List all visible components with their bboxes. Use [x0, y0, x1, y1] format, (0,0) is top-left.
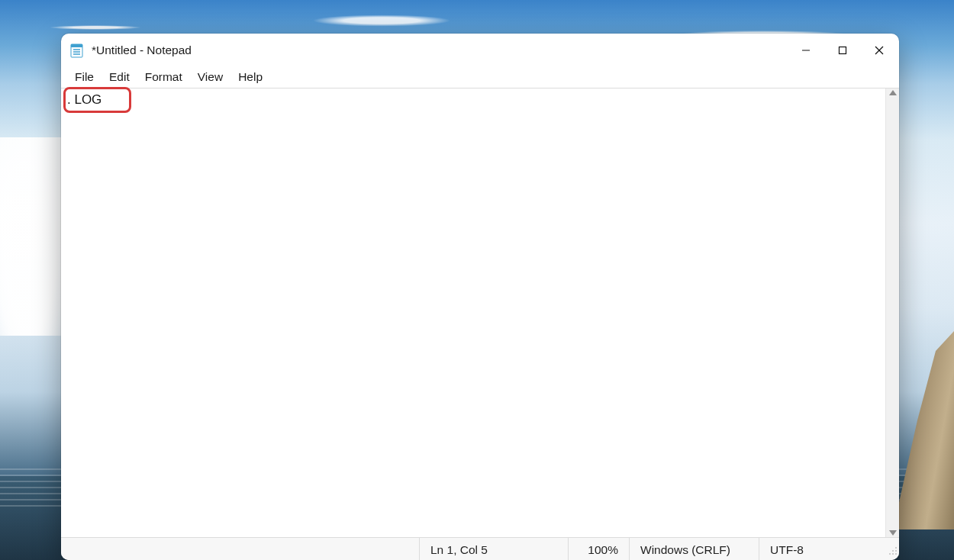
- scroll-up-icon[interactable]: [889, 90, 897, 95]
- scroll-down-icon[interactable]: [889, 530, 897, 536]
- maximize-button[interactable]: [824, 34, 861, 67]
- svg-point-13: [892, 553, 894, 555]
- close-button[interactable]: [861, 34, 898, 67]
- menu-help[interactable]: Help: [230, 69, 270, 85]
- notepad-window: *Untitled - Notepad File Edit Format Vie…: [61, 34, 899, 560]
- svg-point-12: [892, 550, 894, 552]
- menu-bar: File Edit Format View Help: [61, 67, 899, 89]
- minimize-button[interactable]: [788, 34, 824, 67]
- menu-view[interactable]: View: [190, 69, 230, 85]
- status-line-ending: Windows (CRLF): [629, 538, 759, 560]
- menu-format[interactable]: Format: [137, 69, 190, 85]
- notepad-app-icon: [70, 43, 84, 58]
- svg-point-10: [895, 550, 897, 552]
- status-bar: Ln 1, Col 5 100% Windows (CRLF) UTF-8: [61, 537, 899, 560]
- text-editor[interactable]: [61, 89, 885, 537]
- vertical-scrollbar[interactable]: [885, 89, 899, 537]
- menu-file[interactable]: File: [67, 69, 102, 85]
- svg-point-14: [889, 553, 891, 555]
- status-encoding: UTF-8: [759, 538, 888, 560]
- svg-point-11: [895, 553, 897, 555]
- wallpaper-rock: [893, 331, 954, 529]
- wallpaper-cloud-left: [0, 137, 61, 336]
- title-bar[interactable]: *Untitled - Notepad: [61, 34, 899, 67]
- window-title: *Untitled - Notepad: [92, 43, 192, 57]
- status-cursor-position: Ln 1, Col 5: [419, 538, 568, 560]
- editor-area: [61, 89, 899, 537]
- status-zoom: 100%: [568, 538, 629, 560]
- svg-rect-6: [840, 47, 846, 54]
- svg-rect-1: [71, 44, 82, 47]
- menu-edit[interactable]: Edit: [102, 69, 137, 85]
- svg-point-9: [895, 547, 897, 549]
